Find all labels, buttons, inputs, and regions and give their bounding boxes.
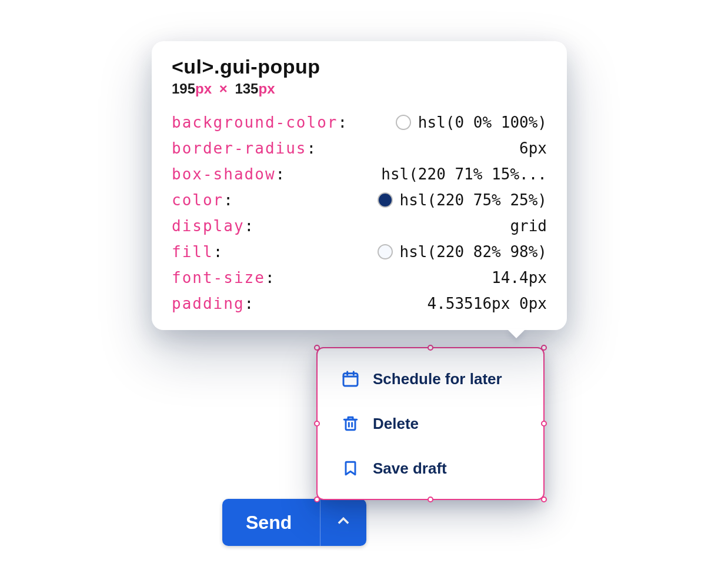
css-prop-name: box-shadow: — [172, 165, 286, 183]
popup-item-schedule[interactable]: Schedule for later — [318, 357, 543, 401]
css-prop-name: display: — [172, 217, 255, 235]
send-button-label: Send — [246, 512, 292, 534]
color-swatch-icon — [378, 244, 393, 259]
tooltip-arrow-icon — [507, 329, 526, 338]
css-prop-row: color: hsl(220 75% 25%) — [172, 191, 547, 209]
send-split-button: Send — [222, 499, 366, 546]
popup-item-label: Save draft — [373, 459, 447, 478]
svg-rect-1 — [346, 419, 355, 429]
css-prop-row: box-shadow: hsl(220 71% 15%... — [172, 165, 547, 183]
selection-handle — [314, 421, 320, 427]
css-prop-name: background-color: — [172, 114, 348, 131]
popup-item-label: Delete — [373, 415, 419, 433]
trash-icon — [341, 414, 360, 433]
chevron-up-icon — [335, 513, 352, 532]
css-prop-name: padding: — [172, 295, 255, 312]
dim-unit: px — [258, 81, 275, 96]
css-prop-value: hsl(220 82% 98%) — [378, 243, 547, 261]
calendar-icon — [341, 369, 360, 388]
dim-unit: px — [195, 81, 212, 96]
selection-handle — [314, 345, 320, 351]
popup-item-label: Schedule for later — [373, 370, 502, 388]
tooltip-selector: <ul>.gui-popup — [172, 55, 547, 78]
css-prop-value: hsl(0 0% 100%) — [396, 114, 547, 131]
css-prop-value: 4.53516px 0px — [428, 295, 547, 312]
css-prop-value: grid — [510, 217, 547, 235]
send-options-toggle[interactable] — [320, 499, 366, 546]
dim-height: 135 — [235, 81, 258, 96]
css-prop-value: 14.4px — [492, 269, 547, 286]
bookmark-icon — [341, 459, 360, 478]
css-prop-name: fill: — [172, 243, 223, 261]
popup-item-delete[interactable]: Delete — [318, 401, 543, 446]
selection-handle — [541, 421, 547, 427]
tooltip-dimensions: 195px × 135px — [172, 81, 547, 97]
selector-class: .gui-popup — [214, 55, 320, 78]
css-prop-row: padding: 4.53516px 0px — [172, 295, 547, 312]
send-button[interactable]: Send — [222, 499, 320, 546]
color-swatch-icon — [378, 192, 393, 208]
css-prop-name: font-size: — [172, 269, 276, 286]
popup-item-save-draft[interactable]: Save draft — [318, 446, 543, 491]
selection-handle — [541, 345, 547, 351]
devtools-element-tooltip: <ul>.gui-popup 195px × 135px background-… — [152, 41, 567, 330]
gui-popup: Schedule for later Delete Save draft — [316, 347, 545, 500]
selector-tag: <ul> — [172, 55, 214, 78]
dim-width: 195 — [172, 81, 195, 96]
css-prop-row: fill: hsl(220 82% 98%) — [172, 243, 547, 261]
css-prop-value: hsl(220 71% 15%... — [381, 165, 547, 183]
css-prop-value: hsl(220 75% 25%) — [378, 191, 547, 209]
selection-handle — [428, 497, 433, 502]
tooltip-css-props: background-color: hsl(0 0% 100%) border-… — [172, 114, 547, 312]
color-swatch-icon — [396, 115, 411, 130]
css-prop-row: background-color: hsl(0 0% 100%) — [172, 114, 547, 131]
css-prop-row: display: grid — [172, 217, 547, 235]
css-prop-row: border-radius: 6px — [172, 139, 547, 157]
css-prop-name: color: — [172, 191, 234, 209]
css-prop-value: 6px — [519, 139, 547, 157]
css-prop-row: font-size: 14.4px — [172, 269, 547, 286]
svg-rect-0 — [343, 374, 358, 386]
selection-handle — [314, 497, 320, 502]
selection-handle — [428, 345, 433, 351]
dim-times: × — [216, 81, 231, 96]
selection-handle — [541, 497, 547, 502]
css-prop-name: border-radius: — [172, 139, 317, 157]
